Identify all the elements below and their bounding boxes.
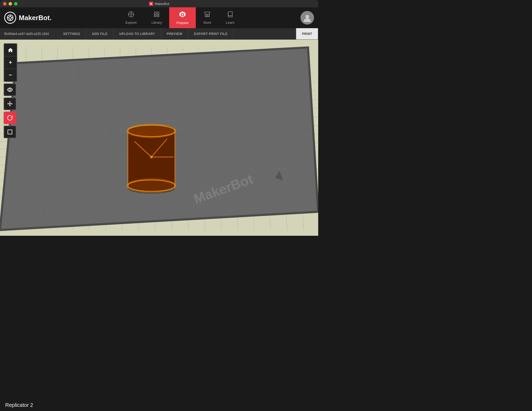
prepare-icon bbox=[179, 11, 186, 19]
build-plate-svg: MakerBot bbox=[0, 40, 318, 236]
app-icon bbox=[149, 2, 153, 6]
settings-button[interactable]: SETTINGS bbox=[57, 28, 86, 39]
svg-marker-0 bbox=[150, 3, 152, 4]
svg-rect-16 bbox=[157, 15, 159, 17]
nav-item-prepare[interactable]: Prepare bbox=[169, 7, 196, 28]
store-icon bbox=[204, 11, 210, 19]
learn-label: Learn bbox=[226, 21, 234, 25]
user-avatar[interactable] bbox=[300, 11, 314, 25]
file-id: f5c65de4-ce97-4a05-a225-1934 bbox=[0, 32, 57, 36]
store-label: Store bbox=[203, 21, 211, 25]
nav-item-library[interactable]: Library bbox=[144, 7, 169, 28]
svg-rect-15 bbox=[154, 15, 156, 17]
svg-point-80 bbox=[9, 89, 11, 91]
svg-point-19 bbox=[182, 14, 183, 15]
library-icon bbox=[153, 11, 160, 19]
add-file-button[interactable]: ADD FILE bbox=[86, 28, 114, 39]
window-title: MakerBot bbox=[149, 2, 169, 6]
resize-button[interactable] bbox=[4, 126, 16, 138]
svg-rect-20 bbox=[206, 15, 208, 17]
close-button[interactable] bbox=[3, 2, 7, 5]
logo: MakerBot. bbox=[4, 12, 52, 24]
preview-button[interactable]: PREVIEW bbox=[161, 28, 188, 39]
svg-point-76 bbox=[150, 156, 153, 158]
nav-bar: MakerBot. Explore bbox=[0, 7, 318, 28]
svg-point-21 bbox=[305, 15, 309, 19]
svg-point-2 bbox=[9, 16, 11, 19]
svg-marker-81 bbox=[7, 101, 13, 106]
library-label: Library bbox=[151, 21, 162, 25]
left-toolbar: + − bbox=[4, 43, 17, 138]
svg-point-8 bbox=[130, 14, 132, 15]
logo-icon bbox=[4, 12, 16, 24]
window-controls[interactable] bbox=[3, 2, 17, 5]
move-button[interactable] bbox=[4, 98, 16, 110]
svg-marker-79 bbox=[8, 48, 13, 52]
nav-items: Explore Library bbox=[60, 7, 300, 28]
print-button[interactable]: PRINT bbox=[296, 28, 318, 39]
rotate-button[interactable] bbox=[4, 112, 16, 124]
explore-label: Explore bbox=[125, 21, 137, 25]
sub-toolbar: f5c65de4-ce97-4a05-a225-1934 SETTINGS AD… bbox=[0, 28, 318, 40]
zoom-out-button[interactable]: − bbox=[4, 69, 17, 81]
svg-rect-13 bbox=[154, 12, 156, 14]
prepare-label: Prepare bbox=[176, 21, 188, 25]
export-print-file-button[interactable]: EXPORT PRINT FILE bbox=[188, 28, 233, 39]
explore-icon bbox=[128, 11, 134, 19]
svg-rect-14 bbox=[157, 12, 159, 14]
svg-rect-82 bbox=[8, 130, 12, 134]
home-button[interactable] bbox=[4, 44, 17, 56]
zoom-in-button[interactable]: + bbox=[4, 56, 17, 69]
canvas-area[interactable]: MakerBot bbox=[0, 40, 318, 236]
nav-item-explore[interactable]: Explore bbox=[118, 7, 144, 28]
nav-item-learn[interactable]: Learn bbox=[218, 7, 242, 28]
home-zoom-group: + − bbox=[4, 43, 17, 82]
nav-item-store[interactable]: Store bbox=[196, 7, 218, 28]
view-button[interactable] bbox=[4, 83, 16, 96]
sub-toolbar-actions: SETTINGS ADD FILE UPLOAD TO LIBRARY PREV… bbox=[57, 28, 318, 39]
upload-to-library-button[interactable]: UPLOAD TO LIBRARY bbox=[114, 28, 161, 39]
learn-icon bbox=[227, 11, 233, 19]
logo-text: MakerBot. bbox=[19, 14, 52, 22]
title-bar: MakerBot bbox=[0, 0, 318, 7]
maximize-button[interactable] bbox=[14, 2, 17, 5]
minimize-button[interactable] bbox=[9, 2, 12, 5]
